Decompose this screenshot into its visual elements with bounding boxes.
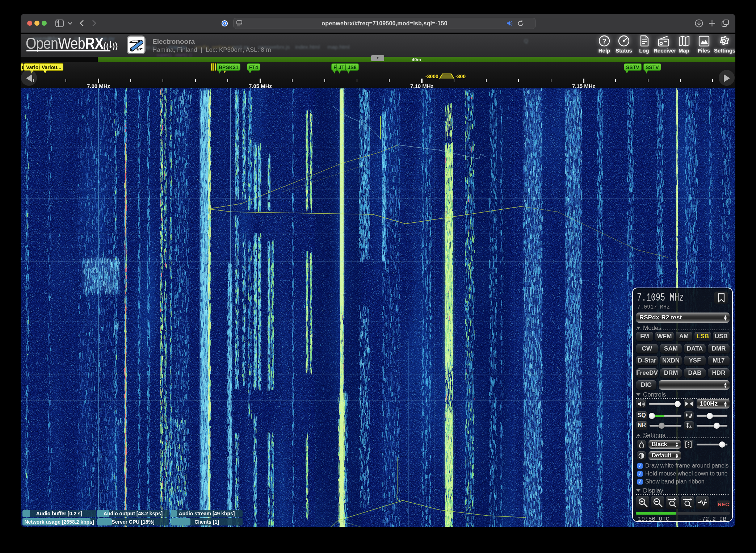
- svg-text:?: ?: [602, 37, 606, 45]
